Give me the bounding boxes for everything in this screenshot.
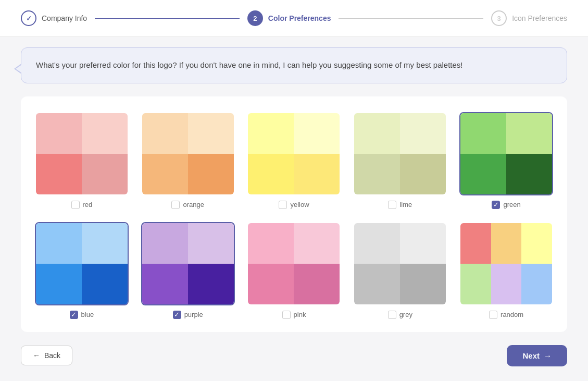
checkbox-purple[interactable]: ✓ [173,311,181,319]
palette-item-orange[interactable]: orange [140,112,236,209]
step-company-info: ✓ Company Info [21,10,87,26]
checkbox-lime[interactable] [388,201,396,209]
swatch-cell [36,113,82,154]
swatch-cell [82,223,128,264]
swatch-cell [460,154,506,194]
swatch-cell [460,223,491,264]
swatch-cell [400,264,446,304]
swatch-cell [142,154,188,194]
palette-name-yellow: yellow [290,201,309,208]
palette-swatch-orange [141,112,235,195]
palette-swatch-red [35,112,129,195]
palette-label-orange: orange [171,201,204,209]
checkbox-random[interactable] [489,311,497,319]
palette-swatch-pink [247,222,341,305]
palette-swatch-yellow [247,112,341,195]
step-color-preferences: 2 Color Preferences [247,10,331,26]
palette-label-lime: lime [388,201,412,209]
step-icon-preferences: 3 Icon Preferences [491,10,567,26]
back-button[interactable]: ← Back [21,346,72,365]
checkbox-blue[interactable]: ✓ [70,311,78,319]
swatch-cell [188,264,234,304]
swatch-cell [294,113,340,154]
chat-message: What's your preferred color for this log… [36,60,463,69]
palette-label-green: ✓green [492,201,520,209]
palette-name-blue: blue [81,311,94,318]
swatch-cell [36,223,82,264]
checkbox-pink[interactable] [282,311,291,319]
palette-name-lime: lime [399,201,412,208]
step-label-icon-preferences: Icon Preferences [512,14,567,22]
palette-name-purple: purple [184,311,203,318]
next-label: Next [522,351,540,360]
chat-bubble: What's your preferred color for this log… [21,47,567,83]
palette-item-purple[interactable]: ✓purple [140,222,236,319]
palette-grid: redorangeyellowlime✓green✓blue✓purplepin… [34,112,554,319]
swatch-cell [142,113,188,154]
step-circle-color-preferences: 2 [247,10,263,26]
palette-item-green[interactable]: ✓green [458,112,554,209]
palette-item-red[interactable]: red [34,112,130,209]
swatch-cell [248,264,294,304]
palette-swatch-blue [35,222,129,305]
checkbox-grey[interactable] [388,311,396,319]
checkbox-green[interactable]: ✓ [492,201,500,209]
next-arrow-icon: → [544,351,552,360]
stepper: ✓ Company Info 2 Color Preferences 3 Ico… [0,0,588,37]
palette-label-grey: grey [388,311,412,319]
palette-item-pink[interactable]: pink [246,222,342,319]
palette-label-blue: ✓blue [70,311,94,319]
step-label-company-info: Company Info [42,14,87,22]
palette-swatch-random [459,222,553,305]
back-arrow-icon: ← [33,351,40,360]
swatch-cell [354,154,400,194]
palette-label-random: random [489,311,523,319]
palette-label-purple: ✓purple [173,311,203,319]
swatch-cell [248,154,294,194]
swatch-cell [188,154,234,194]
palette-item-yellow[interactable]: yellow [246,112,342,209]
back-label: Back [44,351,60,360]
palette-label-pink: pink [282,311,306,319]
swatch-cell [506,113,552,154]
swatch-cell [188,113,234,154]
palette-label-yellow: yellow [279,201,309,209]
swatch-cell [248,223,294,264]
checkbox-orange[interactable] [171,201,180,209]
palette-swatch-grey [353,222,447,305]
palette-item-lime[interactable]: lime [352,112,448,209]
step-line-1 [95,18,240,19]
swatch-cell [400,154,446,194]
swatch-cell [294,223,340,264]
swatch-cell [354,113,400,154]
swatch-cell [506,154,552,194]
swatch-cell [521,264,552,304]
checkbox-yellow[interactable] [279,201,287,209]
checkbox-red[interactable] [71,201,80,209]
step-circle-icon-preferences: 3 [491,10,507,26]
palette-name-pink: pink [294,311,306,318]
palette-item-random[interactable]: random [458,222,554,319]
palette-name-red: red [83,201,93,208]
step-circle-company-info: ✓ [21,10,36,26]
swatch-cell [82,154,128,194]
palette-item-blue[interactable]: ✓blue [34,222,130,319]
swatch-cell [491,223,522,264]
swatch-cell [142,223,188,264]
swatch-cell [36,264,82,304]
palette-label-red: red [71,201,93,209]
swatch-cell [400,223,446,264]
palette-name-grey: grey [399,311,412,318]
swatch-cell [82,113,128,154]
next-button[interactable]: Next → [507,345,567,366]
footer: ← Back Next → [21,345,567,372]
step-label-color-preferences: Color Preferences [268,14,331,22]
palette-item-grey[interactable]: grey [352,222,448,319]
palette-name-green: green [503,201,520,208]
palette-container: redorangeyellowlime✓green✓blue✓purplepin… [21,96,567,332]
swatch-cell [36,154,82,194]
main-content: What's your preferred color for this log… [0,37,588,381]
swatch-cell [82,264,128,304]
swatch-cell [248,113,294,154]
palette-swatch-lime [353,112,447,195]
